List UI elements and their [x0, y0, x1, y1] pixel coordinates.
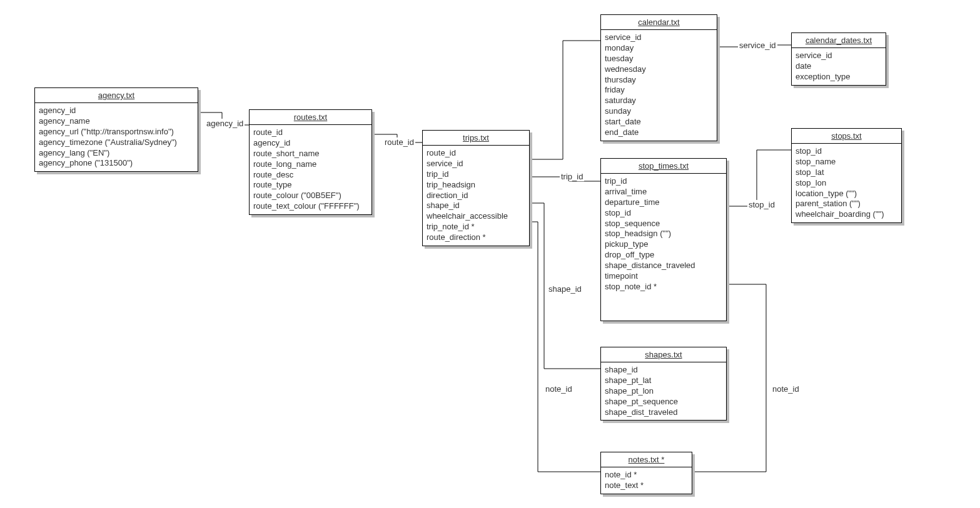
field: agency_name — [39, 116, 194, 127]
field: agency_lang ("EN") — [39, 148, 194, 159]
entity-agency: agency.txt agency_id agency_name agency_… — [34, 87, 198, 172]
field: arrival_time — [605, 187, 722, 197]
entity-body: service_id monday tuesday wednesday thur… — [601, 30, 717, 141]
field: service_id — [796, 51, 882, 61]
field: service_id — [427, 159, 525, 169]
label-shape-id: shape_id — [547, 284, 583, 294]
field: shape_pt_lon — [605, 386, 722, 397]
field: stop_sequence — [605, 219, 722, 229]
label-trip-id: trip_id — [560, 172, 584, 181]
field: route_long_name — [253, 159, 368, 170]
field: stop_headsign ("") — [605, 229, 722, 239]
entity-title: trips.txt — [423, 131, 529, 146]
label-note-id-left: note_id — [544, 384, 573, 394]
entity-stops: stops.txt stop_id stop_name stop_lat sto… — [791, 128, 902, 223]
field: agency_timezone ("Australia/Sydney") — [39, 137, 194, 148]
field: stop_lat — [796, 167, 897, 178]
entity-stop-times: stop_times.txt trip_id arrival_time depa… — [600, 158, 727, 321]
field: trip_headsign — [427, 180, 525, 191]
field: agency_phone ("131500") — [39, 158, 194, 169]
entity-notes: notes.txt * note_id * note_text * — [600, 452, 692, 494]
entity-title: calendar_dates.txt — [792, 33, 886, 48]
field: wheelchair_boarding ("") — [796, 209, 897, 220]
entity-title: routes.txt — [250, 110, 371, 125]
entity-calendar-dates: calendar_dates.txt service_id date excep… — [791, 32, 886, 86]
entity-body: trip_id arrival_time departure_time stop… — [601, 174, 726, 321]
field: route_text_colour ("FFFFFF") — [253, 201, 368, 212]
entity-title: stops.txt — [792, 129, 901, 144]
entity-body: agency_id agency_name agency_url ("http:… — [35, 103, 198, 171]
field: stop_name — [796, 157, 897, 167]
label-note-id-right: note_id — [771, 384, 801, 394]
entity-trips: trips.txt route_id service_id trip_id tr… — [422, 130, 530, 246]
field: shape_pt_sequence — [605, 397, 722, 407]
entity-title: agency.txt — [35, 88, 198, 103]
field: shape_id — [427, 201, 525, 211]
field: route_direction * — [427, 232, 525, 243]
field: route_colour ("00B5EF") — [253, 191, 368, 201]
field: stop_id — [796, 146, 897, 157]
entity-title: notes.txt * — [601, 452, 692, 467]
field: stop_lon — [796, 178, 897, 189]
entity-body: service_id date exception_type — [792, 48, 886, 85]
field: start_date — [605, 117, 713, 127]
field: direction_id — [427, 191, 525, 201]
field: location_type ("") — [796, 189, 897, 199]
field: wheelchair_accessible — [427, 211, 525, 222]
field: route_id — [253, 127, 368, 138]
field: end_date — [605, 127, 713, 138]
field: shape_pt_lat — [605, 376, 722, 386]
label-stop-id: stop_id — [747, 200, 776, 209]
field: parent_station ("") — [796, 199, 897, 209]
field: shape_distance_traveled — [605, 261, 722, 271]
entity-body: stop_id stop_name stop_lat stop_lon loca… — [792, 144, 901, 222]
field: route_type — [253, 180, 368, 191]
field: tuesday — [605, 54, 713, 64]
field: friday — [605, 85, 713, 96]
field: agency_url ("http://transportnsw.info") — [39, 127, 194, 137]
field: trip_id — [427, 169, 525, 180]
field: trip_id — [605, 176, 722, 187]
entity-routes: routes.txt route_id agency_id route_shor… — [249, 109, 372, 215]
entity-title: stop_times.txt — [601, 159, 726, 174]
field: date — [796, 61, 882, 72]
entity-title: shapes.txt — [601, 347, 726, 362]
field: wednesday — [605, 64, 713, 75]
field: sunday — [605, 106, 713, 117]
field: pickup_type — [605, 239, 722, 250]
entity-calendar: calendar.txt service_id monday tuesday w… — [600, 14, 717, 141]
field: route_desc — [253, 170, 368, 181]
field: note_id * — [605, 470, 688, 481]
field: service_id — [605, 32, 713, 43]
entity-body: shape_id shape_pt_lat shape_pt_lon shape… — [601, 362, 726, 420]
field: thursday — [605, 75, 713, 86]
entity-body: note_id * note_text * — [601, 467, 692, 494]
field: drop_off_type — [605, 250, 722, 261]
field: timepoint — [605, 271, 722, 282]
entity-title: calendar.txt — [601, 15, 717, 30]
field: shape_id — [605, 365, 722, 376]
field: saturday — [605, 96, 713, 106]
field: departure_time — [605, 197, 722, 208]
field: agency_id — [253, 138, 368, 149]
field: trip_note_id * — [427, 222, 525, 232]
field: exception_type — [796, 72, 882, 82]
label-agency-id: agency_id — [205, 119, 245, 128]
field: monday — [605, 43, 713, 54]
field: route_id — [427, 148, 525, 159]
field: note_text * — [605, 481, 688, 491]
entity-body: route_id agency_id route_short_name rout… — [250, 125, 371, 214]
field: route_short_name — [253, 149, 368, 159]
field: stop_note_id * — [605, 282, 722, 292]
entity-shapes: shapes.txt shape_id shape_pt_lat shape_p… — [600, 347, 727, 421]
field: agency_id — [39, 106, 194, 116]
field: stop_id — [605, 208, 722, 219]
label-service-id: service_id — [738, 41, 777, 50]
label-route-id: route_id — [383, 137, 415, 147]
entity-body: route_id service_id trip_id trip_headsig… — [423, 146, 529, 246]
field: shape_dist_traveled — [605, 407, 722, 418]
